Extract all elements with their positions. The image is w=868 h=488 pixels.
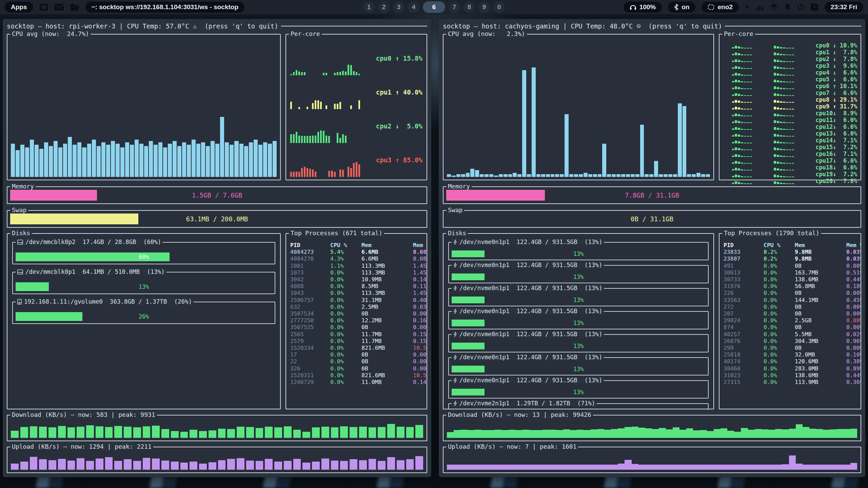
percore-sparkline xyxy=(723,138,800,143)
chart-bar xyxy=(830,465,837,470)
chart-bar xyxy=(792,136,794,136)
chart-bar xyxy=(356,162,357,177)
chart-bar xyxy=(686,428,693,438)
chart-bar xyxy=(171,431,179,438)
chart-bar xyxy=(792,177,794,177)
chart-bar xyxy=(574,174,578,177)
chart-bar xyxy=(738,94,740,96)
chart-bar xyxy=(786,88,788,89)
process-mem-percent: 1.45% xyxy=(413,269,427,276)
process-row: 273150.0%113.9MB0.36% xyxy=(724,379,856,386)
workspace-button-8[interactable]: 8 xyxy=(463,1,475,13)
terminal-window-right[interactable]: socktop — host: cachyos-gaming | CPU Tem… xyxy=(439,19,865,477)
workspace-button-9[interactable]: 9 xyxy=(478,1,490,13)
chart-bar xyxy=(163,147,167,177)
chart-bar xyxy=(747,116,749,116)
chart-bar xyxy=(256,428,263,438)
chart-bar xyxy=(738,168,740,170)
chart-bar xyxy=(738,148,740,150)
disk-usage-percent: 13% xyxy=(452,320,705,326)
chart-bar xyxy=(747,156,749,157)
percore-sparkline xyxy=(723,43,800,48)
chart-bar xyxy=(67,461,75,470)
apps-button[interactable]: Apps xyxy=(5,2,33,13)
chart-bar xyxy=(234,141,238,177)
process-mem-percent: 0.15% xyxy=(413,331,427,338)
chart-bar xyxy=(604,430,611,438)
mail-icon[interactable] xyxy=(54,4,64,11)
process-header-mem: Mem xyxy=(361,242,413,249)
process-row: 310230.0%138.6MB0.44% xyxy=(724,372,856,379)
disk-usage-bar-track: 60% xyxy=(16,252,272,261)
workspace-button-0[interactable]: 0 xyxy=(493,1,505,13)
activity-monitor-icon[interactable] xyxy=(810,3,818,11)
workspace-button-4[interactable]: 4 xyxy=(408,1,419,13)
chart-bar xyxy=(774,73,776,75)
percore-row: cpu3 ↓ 9.6% xyxy=(723,62,857,69)
chart-bar xyxy=(780,81,782,82)
workspace-button-3[interactable]: 3 xyxy=(393,1,405,13)
chart-bar xyxy=(744,82,746,82)
disk-item-title: /dev/mmcblk0p2 17.4GB / 28.8GB (60%) xyxy=(16,239,163,245)
audio-levels-icon[interactable] xyxy=(756,3,764,11)
network-indicator[interactable]: eno2 xyxy=(702,2,738,13)
terminal-window-left[interactable]: socktop — host: rpi-worker-3 | CPU Temp:… xyxy=(3,19,431,477)
chart-bar xyxy=(741,136,743,137)
chart-bar xyxy=(744,75,746,76)
chart-bar xyxy=(397,427,405,438)
workspace-button-2[interactable]: 2 xyxy=(378,1,390,13)
process-mem: 0B xyxy=(361,310,413,317)
chart-bar xyxy=(673,427,679,438)
workspace-button-6[interactable]: 6 xyxy=(423,1,445,13)
headphones-icon xyxy=(630,4,636,10)
window-icon[interactable] xyxy=(39,3,48,11)
chart-bar xyxy=(39,149,43,177)
chart-bar xyxy=(30,426,38,438)
chart-bar xyxy=(786,156,788,157)
bluetooth-icon xyxy=(674,4,678,11)
process-cpu-percent: 0.0% xyxy=(764,290,795,297)
chart-bar xyxy=(744,156,746,157)
workspace-button-1[interactable]: 1 xyxy=(363,1,375,13)
percore-label: cpu4 ↓ 6.6% xyxy=(803,69,857,76)
chart-bar xyxy=(92,140,96,177)
chart-bar xyxy=(536,465,542,470)
process-mem: 32.0MB xyxy=(795,351,846,358)
folder-icon[interactable] xyxy=(70,4,79,11)
chart-bar xyxy=(780,162,782,163)
chart-bar xyxy=(489,174,493,177)
chart-bar xyxy=(789,68,791,68)
chart-bar xyxy=(809,429,816,438)
process-cpu-percent: 0.0% xyxy=(764,338,795,345)
process-mem-percent: 0.03% xyxy=(413,304,427,310)
percore-sparkline xyxy=(723,144,800,150)
focused-window-title[interactable]: ~: socktop ws://192.168.1.104:3031/ws - … xyxy=(85,2,245,13)
power-icon[interactable] xyxy=(797,3,804,11)
process-mem-percent: 0.00% xyxy=(846,324,861,331)
chart-bar xyxy=(777,155,779,157)
layers-icon[interactable] xyxy=(770,3,778,11)
volume-indicator[interactable]: 100% xyxy=(624,2,662,13)
chart-bar xyxy=(735,100,737,103)
notifications-bell-icon[interactable] xyxy=(784,3,791,11)
chart-bar xyxy=(678,103,682,177)
chart-bar xyxy=(369,459,376,470)
bluetooth-indicator[interactable]: on xyxy=(668,2,695,13)
disk-item-title: /dev/nvme0n1p1 122.4GB / 931.5GB (13%) xyxy=(452,354,604,361)
upload-box-title: Upload (KB/s) — now: 7 | peak: 1601 xyxy=(446,443,578,450)
chart-bar xyxy=(334,104,336,109)
chart-bar xyxy=(850,429,857,438)
process-pid: 4088 xyxy=(290,283,330,290)
chart-bar xyxy=(350,105,352,109)
process-row: 25650.0%11.7MB0.15% xyxy=(290,331,422,338)
clock[interactable]: 23:32 Fri xyxy=(825,2,863,13)
chart-bar xyxy=(679,465,686,470)
chart-bar xyxy=(786,183,788,184)
chart-bar xyxy=(744,68,746,69)
process-mem: 8.5MB xyxy=(361,283,413,290)
chart-bar xyxy=(738,121,740,123)
process-mem-percent: 0.36% xyxy=(846,379,861,386)
power-profile-icon[interactable] xyxy=(745,3,750,11)
workspace-button-7[interactable]: 7 xyxy=(449,1,460,13)
chart-bar xyxy=(340,426,348,438)
